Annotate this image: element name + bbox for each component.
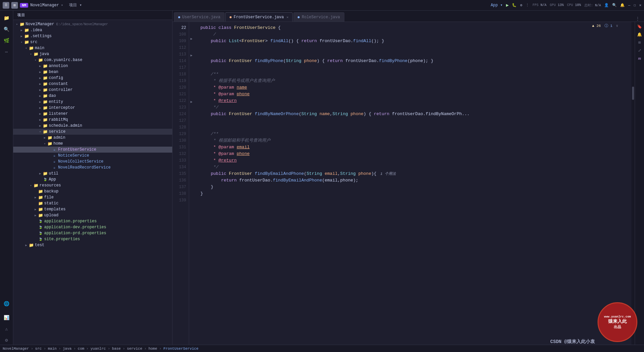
watermark-text1: www.yuanlrc.com [604,315,631,318]
tree-item-interceptor[interactable]: ▶ 📁 interceptor [13,105,172,111]
folder-icon-resources: 📁 [33,183,38,188]
tab-roleservice[interactable]: RoleService.java [293,12,344,22]
tree-arrow-dao: ▶ [38,94,42,98]
tree-item-constant[interactable]: ▶ 📁 constant [13,81,172,87]
fold-124[interactable]: ▶ [189,100,194,104]
sidebar-bottom-icon2[interactable]: 📊 [2,313,11,322]
tree-item-site-props[interactable]: ▶ 🍃 site.properties [13,236,172,242]
tree-item-main[interactable]: ▾ 📁 main [13,45,172,51]
search-icon[interactable]: 🔍 [612,3,617,7]
grid-icon[interactable]: ⊞ [11,2,18,9]
sidebar-bottom-icon1[interactable]: 🌐 [2,299,11,308]
more-icon[interactable]: ⋮ [526,3,529,7]
tree-item-novelcollect[interactable]: ▶ ☕ NovelCollectService [13,159,172,165]
tree-item-java[interactable]: ▾ 📁 java [13,51,172,57]
folder-icon-service: 📁 [42,129,48,134]
tree-item-config[interactable]: ▶ 📁 config [13,75,172,81]
tree-item-listener[interactable]: ▶ 📁 listener [13,111,172,117]
status-yuanlrc: yuanlrc [91,347,106,351]
tree-item-admin[interactable]: ▶ 📁 admin [13,135,172,141]
tree-label-file: file [44,195,54,200]
main-layout: 📁 🔍 🌿 ⋯ 🌐 📊 ⚠ ⚙ 项目 ▾ 📁 NovelManager E:/i… [0,11,644,345]
tree-item-idea[interactable]: ▶ 📁 .idea [13,27,172,33]
fold-22[interactable] [189,25,194,29]
tree-item-com[interactable]: ▾ 📁 com.yuanlrc.base [13,57,172,63]
tree-item-root[interactable]: ▾ 📁 NovelManager E:/idea_space/NovelMana… [13,21,172,27]
notif-icon[interactable]: 🔔 [620,3,625,7]
token-close-137: } [200,184,213,190]
tree-item-file[interactable]: ▶ 📁 file [13,194,172,200]
sidebar-search-icon[interactable]: 🔍 [2,25,11,34]
token-string-124a: String [301,111,320,117]
token-classname: FrontUserService [234,25,275,31]
token-public-22: public [200,25,219,31]
status-sep1: › [31,347,33,351]
scroll-thumb[interactable] [632,87,634,100]
csdn-badge: CSDN @猿来入此小袁 [550,339,595,345]
right-icon-notify[interactable]: 🔔 [636,31,643,38]
tree-item-controller[interactable]: ▶ 📁 controller [13,87,172,93]
tree-item-backup[interactable]: ▶ 📁 backup [13,188,172,194]
tree-item-home[interactable]: ▾ 📁 home [13,141,172,147]
tree-item-entity[interactable]: ▶ 📁 entity [13,99,172,105]
maximize-button[interactable]: ☐ [634,3,636,7]
sidebar-git-icon[interactable]: 🌿 [2,36,11,45]
app-run-label[interactable]: App ▾ [491,3,503,8]
tree-item-frontuser[interactable]: ▶ ☕ FrontUserService [13,147,172,153]
debug-icon[interactable]: 🐛 [512,3,517,7]
sidebar-more-icon[interactable]: ⋯ [2,47,11,56]
close-button[interactable]: ✕ [639,3,641,7]
tree-item-util[interactable]: ▶ 📁 util [13,171,172,176]
token-list: List [229,38,239,44]
minimize-button[interactable]: — [628,3,630,7]
right-icon-layout[interactable]: ⊞ [636,39,643,46]
tab-userservice[interactable]: UserService.java [174,12,225,22]
tree-item-novelread[interactable]: ▶ ☕ NovelReadRecordService [13,165,172,171]
tree-item-notice[interactable]: ▶ ☕ NoticeService [13,153,172,159]
token-dao-124: frontUserDao.findByNameOrPh... [392,111,469,117]
fold-108[interactable] [189,31,194,35]
fold-114[interactable]: ▶ [189,53,194,58]
tree-item-static[interactable]: ▶ 📁 static [13,200,172,206]
sidebar-project-icon[interactable]: 📁 [2,13,11,23]
right-icon-expand[interactable]: ⤢ [636,47,643,54]
line-num-112: 112 [173,44,186,51]
tree-item-app-prd-props[interactable]: ▶ 🍃 application-prd.properties [13,230,172,236]
menu-label[interactable]: 项目 ▾ [69,2,82,8]
tree-item-upload[interactable]: ▶ 📁 upload [13,212,172,218]
sidebar-bottom-icon3[interactable]: ⚠ [2,324,11,333]
mini-scrollbar[interactable] [631,22,635,345]
warning-expand[interactable]: ∨ [616,24,618,28]
tree-item-rabbitmq[interactable]: ▶ 📁 rabbitMq [13,117,172,123]
tree-item-app[interactable]: ▶ 🍃 App [13,176,172,182]
tree-item-src[interactable]: ▾ 📁 src [13,39,172,45]
code-line-113 [200,51,631,58]
status-sep9: › [159,347,162,351]
token-indent-133 [200,157,213,164]
tree-item-schedule[interactable]: ▶ 📁 schedule.admin [13,123,172,129]
run-button[interactable]: ▶ [506,2,509,8]
tree-item-dao[interactable]: ▶ 📁 dao [13,93,172,99]
line-num-131: 131 [173,144,186,151]
settings-icon[interactable]: ⚙ [520,3,522,7]
tab-frontuserservice[interactable]: FrontUserService.java ✕ [225,12,293,22]
tree-item-templates[interactable]: ▶ 📁 templates [13,206,172,212]
tree-item-service[interactable]: ▾ 📁 service [13,129,172,135]
tree-item-settings[interactable]: ▶ 📁 .settings [13,33,172,39]
right-icon-bookmark[interactable]: 🔖 [636,23,643,30]
sidebar-bottom-icon4[interactable]: ⚙ [2,335,11,345]
tree-item-annotion[interactable]: ▶ 📁 annotion [13,63,172,69]
code-line-130: * 根据邮箱和手机号查询用户 [200,137,631,144]
tabs-more-button[interactable]: ⋮ [633,16,643,22]
tab-close-front[interactable]: ✕ [286,15,288,19]
tree-label-idea: .idea [30,28,42,33]
fold-109[interactable]: ▶ [189,36,194,41]
tree-item-app-dev-props[interactable]: ▶ 🍃 application-dev.properties [13,224,172,230]
tree-item-app-props[interactable]: ▶ 🍃 application.properties [13,218,172,224]
tree-item-test[interactable]: ▶ 📁 test [13,242,172,248]
tree-item-bean[interactable]: ▶ 📁 bean [13,69,172,75]
tree-arrow-service: ▾ [38,129,42,134]
token-frontuser-124: FrontUser [229,111,255,117]
user-icon[interactable]: 👤 [604,3,609,7]
tree-item-resources[interactable]: ▾ 📁 resources [13,182,172,188]
